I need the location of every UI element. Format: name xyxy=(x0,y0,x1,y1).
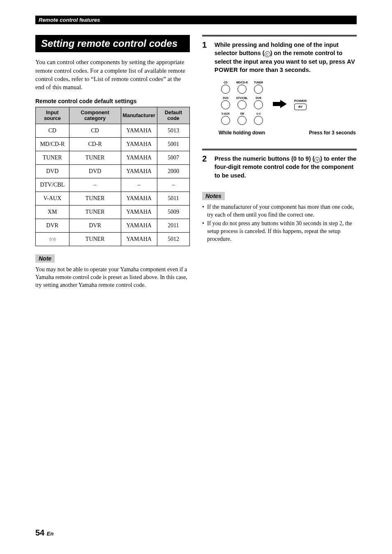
table-row: MD/CD-RCD-RYAMAHA5001 xyxy=(36,138,190,151)
section-title: Setting remote control codes xyxy=(35,35,190,52)
table-row: DVRDVRYAMAHA2011 xyxy=(36,219,190,233)
selector-button-icon xyxy=(254,85,263,94)
selector-button-icon xyxy=(238,100,247,109)
note-text: You may not be able to operate your Yama… xyxy=(35,266,190,289)
selector-vaux: V-AUX xyxy=(219,113,233,127)
caption-press3s: Press for 3 seconds xyxy=(309,130,356,136)
selector-xm: XM xyxy=(235,113,249,127)
step-number: 1 xyxy=(202,41,209,145)
th-input-source: Input source xyxy=(36,107,69,124)
table-row: TUNERTUNERYAMAHA5007 xyxy=(36,151,190,165)
table-row: DVDDVDYAMAHA2000 xyxy=(36,165,190,178)
table-row: XMTUNERYAMAHA5009 xyxy=(36,205,190,219)
diagram-captions: While holding down Press for 3 seconds xyxy=(214,130,357,136)
circled-c-icon: C xyxy=(265,51,270,57)
default-codes-table: Input source Component category Manufact… xyxy=(35,107,190,246)
selector-button-icon xyxy=(221,85,230,94)
notes-label: Notes xyxy=(202,192,225,200)
th-manufacturer: Manufacturer xyxy=(121,107,157,124)
step-text: Press the numeric buttons (0 to 9) (V) t… xyxy=(214,155,357,180)
arrow-right-icon xyxy=(273,98,287,111)
input-selector-grid: CD MD/CD-R TUNER DVD DTV/CBL DVR V-AUX X… xyxy=(219,81,265,127)
selector-mdcdr: MD/CD-R xyxy=(235,81,249,96)
selector-button-icon xyxy=(238,85,247,94)
divider-icon xyxy=(202,35,357,37)
step-text: While pressing and holding one of the in… xyxy=(214,41,357,74)
circled-v-icon: V xyxy=(314,157,320,163)
selector-dvr: DVR xyxy=(251,97,265,112)
selector-tuner: TUNER xyxy=(251,81,265,96)
selector-dvd: DVD xyxy=(219,97,233,112)
step-body: While pressing and holding one of the in… xyxy=(214,41,357,145)
av-button-icon: AV xyxy=(294,104,307,110)
av-power-button-diagram: POWER AV xyxy=(294,99,307,110)
selector-cd: CD xyxy=(219,81,233,96)
note-item: If the manufacturer of your component ha… xyxy=(202,203,357,219)
selector-button-icon xyxy=(238,116,247,125)
table-row: DTV/CBL––– xyxy=(36,178,190,192)
th-component-cat: Component category xyxy=(69,107,121,124)
step-1: 1 While pressing and holding one of the … xyxy=(202,41,357,145)
table-row: ☆☆TUNERYAMAHA5012 xyxy=(36,233,190,246)
selector-button-icon xyxy=(221,100,230,109)
svg-marker-0 xyxy=(273,100,287,108)
divider-icon xyxy=(202,149,357,150)
table-row: CDCDYAMAHA5013 xyxy=(36,124,190,138)
table-row: V-AUXTUNERYAMAHA5011 xyxy=(36,192,190,205)
selector-button-icon xyxy=(221,116,230,125)
selector-button-icon xyxy=(254,100,263,109)
step-body: Press the numeric buttons (0 to 9) (V) t… xyxy=(214,155,357,180)
right-column: 1 While pressing and holding one of the … xyxy=(202,35,357,289)
th-default-code: Default code xyxy=(157,107,189,124)
note-item: If you do not press any buttons within 3… xyxy=(202,220,357,243)
intro-paragraph: You can control other components by sett… xyxy=(35,58,190,91)
step-number: 2 xyxy=(202,155,209,180)
selector-dtvcbl: DTV/CBL xyxy=(235,97,249,112)
table-caption: Remote control code default settings xyxy=(35,98,190,104)
notes-list: If the manufacturer of your component ha… xyxy=(202,203,357,243)
caption-hold: While holding down xyxy=(219,130,265,136)
table-header-row: Input source Component category Manufact… xyxy=(36,107,190,124)
selector-star: ☆☆ xyxy=(251,113,265,127)
page-number: 54 En xyxy=(35,528,53,538)
step1-diagram: CD MD/CD-R TUNER DVD DTV/CBL DVR V-AUX X… xyxy=(219,81,357,127)
step-2: 2 Press the numeric buttons (0 to 9) (V)… xyxy=(202,155,357,180)
header-breadcrumb: Remote control features xyxy=(35,16,357,24)
main-columns: Setting remote control codes You can con… xyxy=(35,35,357,289)
star-source-icon: ☆☆ xyxy=(48,236,56,242)
left-column: Setting remote control codes You can con… xyxy=(35,35,190,289)
note-label: Note xyxy=(35,254,55,263)
selector-button-icon xyxy=(254,116,263,125)
